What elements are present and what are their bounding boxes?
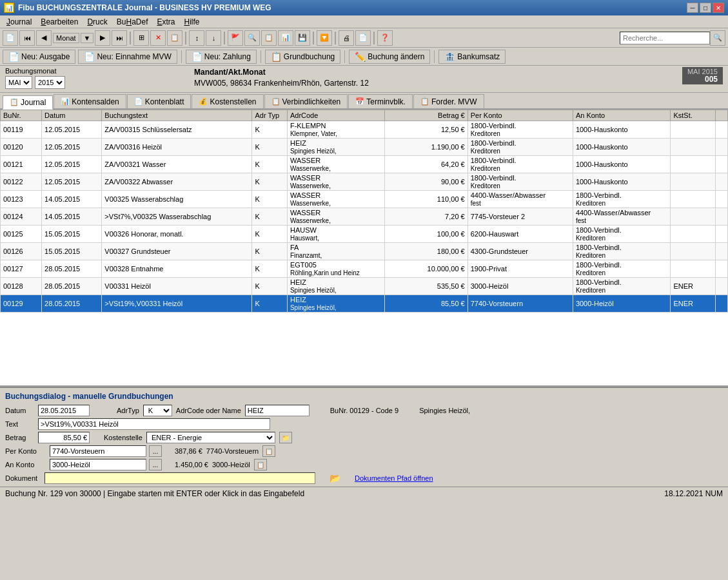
tab-kontensalden[interactable]: 📊 Kontensalden: [54, 94, 126, 108]
col-bunr: BuNr.: [1, 110, 42, 121]
cell-kstst: [671, 226, 716, 243]
betrag-label: Betrag: [5, 434, 34, 441]
grundbuchung-btn[interactable]: 📋 Grundbuchung: [265, 50, 340, 64]
toolbar-monat-dropdown[interactable]: Monat ▼: [53, 33, 93, 43]
table-row[interactable]: 00129 28.05.2015 >VSt19%,V00331 Heizöl K…: [1, 295, 728, 313]
cell-ankonto: 1000-Hauskonto: [573, 173, 671, 191]
cell-extra: [716, 156, 728, 173]
toolbar-delete-btn[interactable]: ✕: [150, 30, 166, 46]
toolbar-sort2-btn[interactable]: ↓: [206, 30, 221, 46]
table-row[interactable]: 00127 28.05.2015 V00328 Entnahme K EGT00…: [1, 260, 728, 278]
bankumsatz-btn[interactable]: 🏦 Bankumsatz: [438, 50, 506, 64]
table-row[interactable]: 00126 15.05.2015 V00327 Grundsteuer K FA…: [1, 243, 728, 260]
table-row[interactable]: 00119 12.05.2015 ZA/V00315 Schlüsselersa…: [1, 121, 728, 139]
ausgabe-icon: 📄: [8, 52, 19, 62]
close-button[interactable]: ✕: [713, 3, 724, 13]
search-input[interactable]: [620, 32, 710, 44]
tab-kontenblatt[interactable]: 📄 Kontenblatt: [127, 94, 192, 108]
col-datum: Datum: [42, 110, 102, 121]
sep1: [130, 32, 131, 44]
perkonto-browse-btn[interactable]: ...: [149, 445, 162, 457]
monat-select[interactable]: MAI: [5, 76, 32, 89]
tab-terminvblk[interactable]: 📅 Terminvblk.: [348, 94, 413, 108]
table-row[interactable]: 00124 14.05.2015 >VSt7%,V00325 Wasserabs…: [1, 208, 728, 226]
table-row[interactable]: 00120 12.05.2015 ZA/V00316 Heizöl K HEIZ…: [1, 139, 728, 156]
tab-verbindlichkeiten[interactable]: 📋 Verbindlichkeiten: [264, 94, 348, 108]
perkonto-input[interactable]: [50, 445, 146, 457]
toolbar-sort-btn[interactable]: ↕: [189, 30, 204, 46]
toolbar-next-btn[interactable]: ▶: [95, 30, 110, 46]
menu-extra[interactable]: Extra: [153, 17, 179, 27]
cell-adrcode: FAFinanzamt,: [287, 243, 385, 260]
menu-hilfe[interactable]: Hilfe: [181, 17, 204, 27]
table-row[interactable]: 00122 12.05.2015 ZA/V00322 Abwasser K WA…: [1, 173, 728, 191]
col-betrag: Betrag €: [385, 110, 467, 121]
minimize-button[interactable]: ─: [687, 3, 698, 13]
toolbar-search-btn[interactable]: 🔍: [244, 30, 260, 46]
menu-buhadef[interactable]: BuHaDef: [113, 17, 152, 27]
toolbar-last-btn[interactable]: ⏭: [112, 30, 127, 46]
cell-extra: [716, 121, 728, 139]
menu-journal[interactable]: Journal: [3, 17, 35, 27]
dialog-title: Buchungsdialog - manuelle Grundbuchungen: [5, 391, 723, 402]
adrtyp-select[interactable]: K: [143, 405, 172, 416]
mandant-line1: MVW005, 98634 Frankenheim/Rhön, Gartenst…: [194, 78, 369, 89]
cell-perkonto: 6200-Hauswart: [467, 226, 573, 243]
cell-bunr: 00124: [1, 208, 42, 226]
menu-druck[interactable]: Druck: [83, 17, 111, 27]
neu-ausgabe-btn[interactable]: 📄 Neu: Ausgabe: [3, 50, 75, 64]
ankonto-name-display: 3000-Heizöl: [212, 461, 250, 469]
toolbar-chart-btn[interactable]: 📊: [278, 30, 293, 46]
toolbar-grid-btn[interactable]: ⊞: [133, 30, 149, 46]
tab-journal[interactable]: 📋 Journal: [3, 95, 53, 110]
toolbar-prev-btn[interactable]: ◀: [36, 30, 52, 46]
tab-kostenstellen[interactable]: 💰 Kostenstellen: [192, 94, 263, 108]
toolbar-flag-btn[interactable]: 🚩: [228, 30, 243, 46]
menu-bearbeiten[interactable]: Bearbeiten: [37, 17, 82, 27]
cell-adrcode: WASSERWasserwerke,: [287, 156, 385, 173]
toolbar-print-btn[interactable]: 🖨: [339, 30, 354, 46]
neu-zahlung-btn[interactable]: 📄 Neu: Zahlung: [186, 50, 257, 64]
search-go-btn[interactable]: 🔍: [710, 30, 725, 46]
kostenstelle-select[interactable]: ENER - Energie: [146, 432, 275, 443]
cell-bunr: 00120: [1, 139, 42, 156]
cell-buchungstext: V00331 Heizöl: [102, 278, 252, 295]
cell-adrcode: F-KLEMPNKlempner, Vater,: [287, 121, 385, 139]
table-row[interactable]: 00128 28.05.2015 V00331 Heizöl K HEIZSpi…: [1, 278, 728, 295]
ankonto-icon-btn[interactable]: 📋: [254, 459, 267, 470]
dokument-folder-icon[interactable]: 📂: [330, 473, 340, 483]
jahr-select[interactable]: 2015: [35, 76, 65, 89]
dokumenten-pfad-link[interactable]: Dokumenten Pfad öffnen: [355, 474, 433, 482]
maximize-button[interactable]: □: [700, 3, 711, 13]
sep6: [373, 32, 375, 44]
cell-betrag: 180,00 €: [385, 243, 467, 260]
ankonto-input[interactable]: [50, 459, 146, 470]
neu-einnahme-btn[interactable]: 📄 Neu: Einnahme MVW: [78, 50, 177, 64]
tab-forder-mvw[interactable]: 📋 Forder. MVW: [413, 94, 484, 108]
table-row[interactable]: 00125 15.05.2015 V00326 Honorar, monatl.…: [1, 226, 728, 243]
cell-adrcode: EGT005Röhling,Karin und Heinz: [287, 260, 385, 278]
text-input[interactable]: [38, 418, 270, 430]
adrcode-input[interactable]: [245, 405, 310, 416]
cell-adrtyp: K: [252, 191, 287, 208]
dokument-input[interactable]: [44, 472, 315, 484]
toolbar-first-btn[interactable]: ⏮: [19, 30, 35, 46]
buchung-aendern-btn[interactable]: ✏️ Buchung ändern: [349, 50, 430, 64]
table-row[interactable]: 00121 12.05.2015 ZA/V00321 Wasser K WASS…: [1, 156, 728, 173]
toolbar: 📄 ⏮ ◀ Monat ▼ ▶ ⏭ ⊞ ✕ 📋 ↕ ↓ 🚩 🔍 📋 📊 💾 🔽 …: [0, 28, 728, 48]
betrag-input[interactable]: [38, 432, 90, 443]
toolbar-list-btn[interactable]: 📋: [261, 30, 277, 46]
toolbar-new-btn[interactable]: 📄: [3, 30, 18, 46]
table-row[interactable]: 00123 14.05.2015 V00325 Wasserabschlag K…: [1, 191, 728, 208]
journal-tab-icon: 📋: [10, 98, 19, 106]
toolbar-print2-btn[interactable]: 📄: [355, 30, 371, 46]
ankonto-browse-btn[interactable]: ...: [149, 459, 162, 470]
cell-adrcode: HEIZSpingies Heizöl,: [287, 139, 385, 156]
toolbar-copy-btn[interactable]: 📋: [167, 30, 182, 46]
toolbar-export-btn[interactable]: 💾: [295, 30, 310, 46]
perkonto-icon-btn[interactable]: 📋: [262, 445, 275, 457]
toolbar-filter-btn[interactable]: 🔽: [317, 30, 332, 46]
toolbar-help-btn[interactable]: ❓: [377, 30, 393, 46]
datum-input[interactable]: [38, 405, 90, 416]
kostenstelle-browse-btn[interactable]: 📁: [279, 432, 292, 443]
